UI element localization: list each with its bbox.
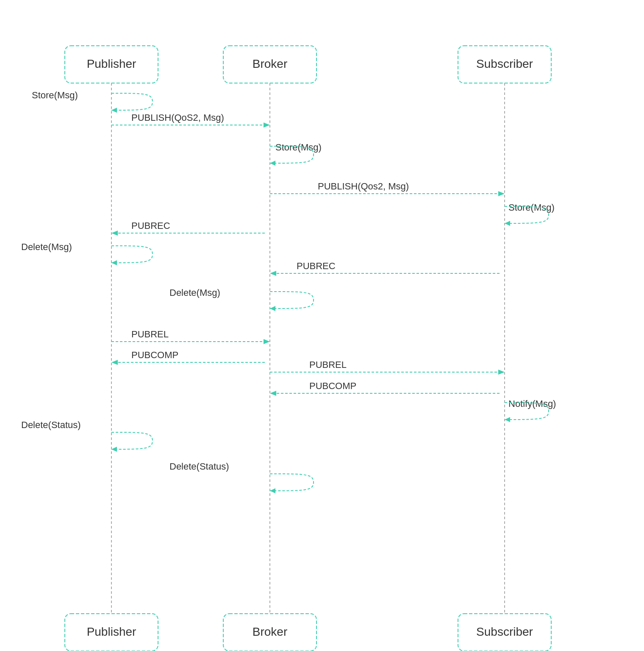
svg-marker-45	[498, 370, 505, 375]
svg-rect-0	[65, 46, 158, 83]
svg-text:Store(Msg): Store(Msg)	[508, 202, 555, 213]
svg-text:Publisher: Publisher	[87, 57, 136, 70]
svg-marker-52	[111, 447, 117, 452]
svg-marker-54	[270, 488, 275, 493]
svg-text:Subscriber: Subscriber	[476, 57, 533, 70]
svg-text:PUBREL: PUBREL	[309, 359, 347, 370]
diagram-container: Publisher Broker Subscriber Publisher Br…	[0, 0, 644, 651]
svg-marker-26	[505, 221, 510, 226]
svg-marker-24	[498, 191, 505, 196]
svg-marker-50	[505, 417, 510, 422]
svg-marker-36	[270, 306, 275, 311]
svg-text:Store(Msg): Store(Msg)	[32, 90, 78, 100]
svg-text:PUBCOMP: PUBCOMP	[309, 381, 356, 391]
svg-text:Notify(Msg): Notify(Msg)	[508, 398, 556, 409]
svg-text:Broker: Broker	[253, 57, 287, 70]
svg-text:Delete(Msg): Delete(Msg)	[169, 287, 220, 298]
svg-text:Broker: Broker	[253, 625, 287, 638]
svg-text:PUBREC: PUBREC	[131, 220, 170, 231]
svg-marker-39	[264, 339, 270, 344]
svg-text:Store(Msg): Store(Msg)	[275, 142, 322, 153]
svg-text:Delete(Status): Delete(Status)	[21, 420, 81, 430]
svg-marker-31	[111, 260, 117, 265]
svg-marker-29	[111, 231, 118, 236]
svg-marker-48	[270, 391, 276, 396]
svg-rect-10	[458, 614, 551, 651]
svg-text:Delete(Status): Delete(Status)	[169, 461, 229, 472]
svg-text:Publisher: Publisher	[87, 625, 136, 638]
svg-marker-21	[270, 161, 275, 166]
svg-rect-6	[65, 614, 158, 651]
svg-marker-19	[264, 122, 270, 128]
svg-marker-34	[270, 271, 276, 276]
svg-text:PUBCOMP: PUBCOMP	[131, 350, 178, 360]
svg-text:PUBREL: PUBREL	[131, 329, 169, 339]
svg-text:Subscriber: Subscriber	[476, 625, 533, 638]
arrows-svg: Publisher Broker Subscriber Publisher Br…	[0, 0, 644, 651]
svg-marker-16	[111, 108, 117, 113]
svg-rect-2	[223, 46, 316, 83]
svg-rect-8	[223, 614, 316, 651]
svg-text:PUBLISH(QoS2, Msg): PUBLISH(QoS2, Msg)	[131, 112, 224, 123]
svg-marker-42	[111, 360, 118, 365]
svg-rect-4	[458, 46, 551, 83]
svg-text:PUBREC: PUBREC	[297, 261, 336, 271]
svg-text:Delete(Msg): Delete(Msg)	[21, 242, 72, 252]
svg-text:PUBLISH(Qos2, Msg): PUBLISH(Qos2, Msg)	[318, 181, 409, 192]
